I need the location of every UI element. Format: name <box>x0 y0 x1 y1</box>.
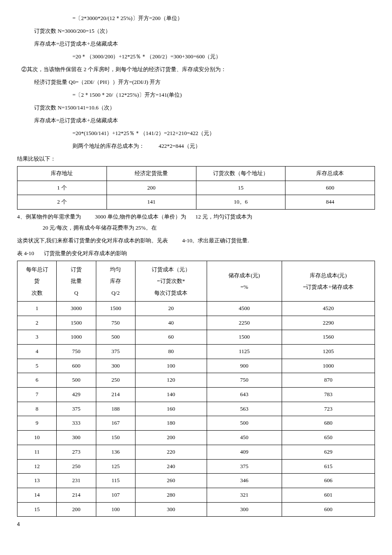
table-cell: 15 <box>17 502 57 517</box>
table-cell: 231 <box>57 474 96 488</box>
table-cell: 723 <box>282 402 375 416</box>
calc-line: =〔2＊1500＊20/（12*25%)〕开方=141(单位) <box>17 89 375 101</box>
table-cell: 115 <box>96 474 135 488</box>
caption-text: 订货批量的变化对库存成本的影响 <box>44 248 127 259</box>
calc-line: ②其次，当该物件保留在 2 个库房时，则每个地址的经济订货量、库存成安分别为： <box>17 64 375 75</box>
table-row: 8375188160563723 <box>17 402 375 416</box>
calc-line: =〔2*3000*20/(12＊25%)〕开方=200（单位） <box>17 13 375 24</box>
result-table-2: 每年总订货次数订货批量Q均匀库存Q/2订货成本（元）=订货次数*每次订货成本储存… <box>17 261 375 517</box>
calc-line: 订货次数 N=1500/141=10.6（次） <box>17 102 375 113</box>
table-row: 10300150200450650 <box>17 431 375 445</box>
table-cell: 200 <box>57 502 96 517</box>
text-seg: 20 元/每次，拥有成今年储存花费率为 25%。在 <box>43 222 157 233</box>
table-row: 6500250120750870 <box>17 373 375 388</box>
table-cell: 750 <box>207 373 282 388</box>
table-cell: 375 <box>207 459 282 474</box>
table-cell: 650 <box>282 431 375 445</box>
table-cell: 10 <box>17 431 57 445</box>
col-header: 库存总成本(元)=订货成本+储存成本 <box>282 261 375 302</box>
table-cell: 125 <box>96 459 135 474</box>
table-cell: 321 <box>207 488 282 502</box>
caption-number: 表 4-10 <box>17 248 34 259</box>
table-cell: 10。6 <box>196 195 285 210</box>
table-row: 56003001009001000 <box>17 359 375 373</box>
table-cell: 9 <box>17 416 57 431</box>
col-header: 库存地址 <box>17 167 107 181</box>
table-cell: 300 <box>135 502 207 517</box>
table-cell: 7 <box>17 388 57 402</box>
calc-line: 库存成本=总订货成本+总储藏成本 <box>17 115 375 126</box>
calc-line: =20*(1500/141）+12*25％＊（141/2）=212+210=42… <box>17 128 375 139</box>
calc-text: 则两个地址的库存总成本为： <box>72 141 144 152</box>
table-cell: 600 <box>285 181 375 195</box>
table-cell: 1500 <box>207 330 282 345</box>
table-row: 1300015002045004520 <box>17 301 375 316</box>
table-row: 215007504022502290 <box>17 316 375 330</box>
table-cell: 1 <box>17 301 57 316</box>
table-cell: 563 <box>207 402 282 416</box>
table-row: 1 个20015600 <box>17 181 375 195</box>
col-header: 每年总订货次数 <box>17 261 57 302</box>
table-cell: 3000 <box>57 301 96 316</box>
calc-line: 库存成本=总订货成本+总储藏成本 <box>17 38 375 49</box>
table-cell: 136 <box>96 445 135 459</box>
problem-line: 4、例某物件的年需求量为 3000 单位,物件的单位成本（单价）为 12 元，均… <box>17 211 375 233</box>
table-cell: 250 <box>96 373 135 388</box>
table-cell: 600 <box>57 359 96 373</box>
table-cell: 13 <box>17 474 57 488</box>
table-cell: 750 <box>57 345 96 359</box>
table-row: 2 个14110。6844 <box>17 195 375 210</box>
table-row: 13231115260346606 <box>17 474 375 488</box>
col-header: 订货批量Q <box>57 261 96 302</box>
text-seg: 3000 单位,物件的单位成本（单价）为 <box>95 211 187 222</box>
table-cell: 900 <box>207 359 282 373</box>
table-row: 12250125240375615 <box>17 459 375 474</box>
table-cell: 333 <box>57 416 96 431</box>
result-table-1: 库存地址 经济定货批量 订货次数（每个地址） 库存总成本 1 个20015600… <box>17 166 375 210</box>
table-cell: 300 <box>207 502 282 517</box>
page-number: 4 <box>17 519 375 529</box>
table-cell: 1500 <box>57 316 96 330</box>
table-cell: 300 <box>57 431 96 445</box>
table-cell: 2 个 <box>17 195 107 210</box>
table-cell: 141 <box>107 195 196 210</box>
table-cell: 1500 <box>96 301 135 316</box>
table-cell: 1000 <box>57 330 96 345</box>
table-cell: 601 <box>282 488 375 502</box>
col-header: 订货成本（元）=订货次数*每次订货成本 <box>135 261 207 302</box>
table-cell: 60 <box>135 330 207 345</box>
calc-text: 422*2=844（元） <box>159 141 200 152</box>
table-cell: 750 <box>96 316 135 330</box>
table-cell: 14 <box>17 488 57 502</box>
table-cell: 375 <box>57 402 96 416</box>
text-seg: 4、例某物件的年需求量为 <box>17 211 81 222</box>
table-cell: 273 <box>57 445 96 459</box>
table-caption: 表 4-10 订货批量的变化对库存成本的影响 <box>17 248 375 259</box>
table-cell: 40 <box>135 316 207 330</box>
text-seg: 4-10。求出最正确订货批量. <box>182 235 249 246</box>
table-cell: 120 <box>135 373 207 388</box>
table-cell: 615 <box>282 459 375 474</box>
table-row: 310005006015001560 <box>17 330 375 345</box>
table-cell: 188 <box>96 402 135 416</box>
table-cell: 844 <box>285 195 375 210</box>
table-cell: 870 <box>282 373 375 388</box>
table-cell: 2250 <box>207 316 282 330</box>
table-cell: 180 <box>135 416 207 431</box>
table-cell: 160 <box>135 402 207 416</box>
table-cell: 260 <box>135 474 207 488</box>
table-row: 47503758011251205 <box>17 345 375 359</box>
table-cell: 15 <box>196 181 285 195</box>
table-cell: 240 <box>135 459 207 474</box>
table-cell: 375 <box>96 345 135 359</box>
table-cell: 11 <box>17 445 57 459</box>
col-header: 均匀库存Q/2 <box>96 261 135 302</box>
table-cell: 1125 <box>207 345 282 359</box>
table-cell: 140 <box>135 388 207 402</box>
table-cell: 100 <box>96 502 135 517</box>
problem-line: 这类状况下,我们来察看订货量的变化对库存成本的影响。见表 4-10。求出最正确订… <box>17 235 375 246</box>
table-cell: 250 <box>57 459 96 474</box>
table-cell: 500 <box>207 416 282 431</box>
table-cell: 429 <box>57 388 96 402</box>
col-header: 库存总成本 <box>285 167 375 181</box>
